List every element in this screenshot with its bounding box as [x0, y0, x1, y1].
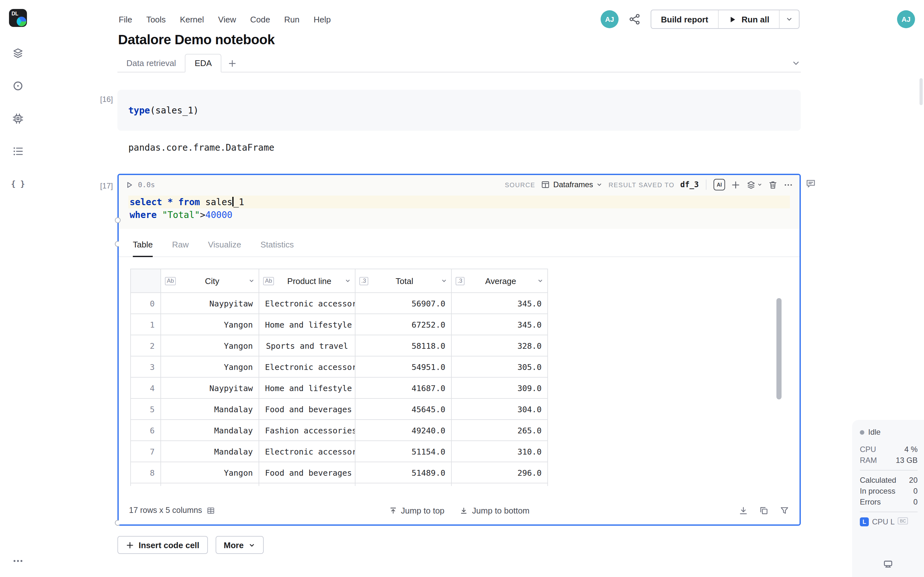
table-row[interactable]: 0NaypyitawElectronic accessori56907.0345… — [131, 293, 548, 314]
code-line-1[interactable]: select * from sales_1 — [128, 195, 790, 208]
table-scrollbar[interactable] — [776, 298, 782, 400]
table-cell[interactable]: Mandalay — [161, 398, 259, 420]
table-cell[interactable]: 305.0 — [451, 356, 548, 377]
comment-icon[interactable] — [805, 178, 816, 189]
code-line-2[interactable]: where "Total">40000 — [128, 208, 790, 221]
table-cell[interactable]: Fashion accessories — [259, 420, 355, 441]
menu-file[interactable]: File — [119, 15, 132, 24]
chip-icon[interactable] — [11, 111, 25, 126]
ai-assistant-icon[interactable]: AI — [714, 179, 725, 190]
table-row[interactable]: 4NaypyitawHome and lifestyle41687.0309.0 — [131, 377, 548, 398]
row-index-cell[interactable]: 8 — [131, 462, 161, 483]
menu-code[interactable]: Code — [250, 15, 270, 24]
table-cell[interactable]: 51489.0 — [355, 462, 451, 483]
table-cell[interactable]: Electronic accessori — [259, 441, 355, 462]
profile-avatar[interactable]: AJ — [897, 10, 915, 28]
table-cell[interactable]: 310.0 — [451, 441, 548, 462]
table-cell[interactable]: Sports and travel — [259, 335, 355, 356]
row-index-cell[interactable]: 7 — [131, 441, 161, 462]
window-scrollbar[interactable] — [919, 78, 923, 105]
collaborator-avatar[interactable]: AJ — [601, 10, 619, 28]
share-icon[interactable] — [629, 13, 640, 25]
menu-view[interactable]: View — [218, 15, 236, 24]
row-index-cell[interactable]: 4 — [131, 377, 161, 398]
result-variable[interactable]: df_3 — [680, 180, 699, 189]
machine-info[interactable]: L CPU L BC — [860, 517, 918, 526]
row-index-cell[interactable]: 3 — [131, 356, 161, 377]
code-editor[interactable]: type(sales_1) — [128, 104, 199, 117]
table-cell[interactable]: Home and lifestyle — [259, 377, 355, 398]
column-header-product-line[interactable]: AbProduct line — [259, 269, 355, 293]
ring-icon[interactable] — [11, 79, 25, 93]
row-index-cell[interactable]: 2 — [131, 335, 161, 356]
add-cell-icon[interactable] — [731, 180, 740, 189]
menu-tools[interactable]: Tools — [146, 15, 166, 24]
table-row[interactable]: 6MandalayFashion accessories49240.0265.0 — [131, 420, 548, 441]
table-row[interactable]: 8YangonFood and beverages51489.0296.0 — [131, 462, 548, 483]
more-options-icon[interactable] — [0, 555, 36, 567]
result-tab-raw[interactable]: Raw — [172, 240, 189, 256]
copy-icon[interactable] — [759, 506, 769, 515]
delete-cell-icon[interactable] — [768, 180, 778, 189]
table-cell[interactable]: 54951.0 — [355, 356, 451, 377]
table-cell[interactable]: Home and lifestyle — [259, 314, 355, 335]
table-cell[interactable]: Mandalay — [161, 420, 259, 441]
table-cell[interactable]: 345.0 — [451, 293, 548, 314]
jump-to-top-button[interactable]: Jump to top — [389, 506, 444, 515]
table-cell[interactable]: Naypyitaw — [161, 293, 259, 314]
braces-icon[interactable]: { } — [11, 177, 25, 191]
jump-to-bottom-button[interactable]: Jump to bottom — [460, 506, 529, 515]
row-index-cell[interactable]: 5 — [131, 398, 161, 420]
table-cell[interactable]: Food and beverages — [259, 398, 355, 420]
table-cell[interactable]: 328.0 — [451, 335, 548, 356]
source-dropdown[interactable]: Dataframes — [541, 180, 603, 189]
result-tab-visualize[interactable]: Visualize — [208, 240, 241, 256]
table-cell[interactable]: Electronic accessori — [259, 293, 355, 314]
table-row[interactable]: 3YangonElectronic accessori54951.0305.0 — [131, 356, 548, 377]
table-cell[interactable]: 304.0 — [451, 398, 548, 420]
filter-icon[interactable] — [780, 506, 789, 515]
list-icon[interactable] — [11, 144, 25, 158]
cell-more-icon[interactable] — [783, 180, 793, 189]
column-header-average[interactable]: .3Average — [451, 269, 548, 293]
menu-help[interactable]: Help — [314, 15, 331, 24]
add-tab-button[interactable] — [228, 59, 237, 68]
table-cell[interactable]: 58118.0 — [355, 335, 451, 356]
build-report-button[interactable]: Build report — [651, 10, 718, 28]
insert-code-cell-button[interactable]: Insert code cell — [118, 536, 208, 554]
notebook-tab-data-retrieval[interactable]: Data retrieval — [118, 55, 185, 72]
table-cell[interactable]: Food and beverages — [259, 462, 355, 483]
code-cell-16[interactable]: type(sales_1) — [118, 90, 801, 131]
row-index-cell[interactable]: 0 — [131, 293, 161, 314]
table-cell[interactable]: 49240.0 — [355, 420, 451, 441]
table-cell[interactable]: 265.0 — [451, 420, 548, 441]
result-tab-table[interactable]: Table — [133, 240, 153, 257]
datalore-logo[interactable]: DL — [9, 9, 27, 27]
run-all-button[interactable]: Run all — [718, 10, 779, 28]
table-settings-icon[interactable] — [207, 506, 215, 514]
table-row[interactable]: 5MandalayFood and beverages45645.0304.0 — [131, 398, 548, 420]
table-cell[interactable]: 67252.0 — [355, 314, 451, 335]
table-row[interactable]: 1YangonHome and lifestyle67252.0345.0 — [131, 314, 548, 335]
table-cell[interactable]: 51154.0 — [355, 441, 451, 462]
table-cell[interactable]: Yangon — [161, 335, 259, 356]
table-row[interactable]: 7MandalayElectronic accessori51154.0310.… — [131, 441, 548, 462]
menu-kernel[interactable]: Kernel — [180, 15, 204, 24]
download-icon[interactable] — [738, 506, 748, 515]
table-cell[interactable]: 45645.0 — [355, 398, 451, 420]
table-cell[interactable]: 56907.0 — [355, 293, 451, 314]
stack-icon[interactable] — [11, 46, 25, 60]
column-header-total[interactable]: .3Total — [355, 269, 451, 293]
table-cell[interactable]: Yangon — [161, 314, 259, 335]
run-all-dropdown[interactable] — [780, 10, 799, 28]
table-cell[interactable]: Mandalay — [161, 441, 259, 462]
table-cell[interactable]: Yangon — [161, 462, 259, 483]
tabs-overflow-chevron-icon[interactable] — [791, 58, 801, 68]
cell-handle[interactable] — [115, 218, 121, 223]
table-cell[interactable]: 296.0 — [451, 462, 548, 483]
run-cell-icon[interactable] — [125, 181, 134, 189]
table-cell[interactable]: Yangon — [161, 356, 259, 377]
hardware-icon[interactable] — [883, 558, 893, 569]
notebook-tab-eda[interactable]: EDA — [185, 54, 221, 73]
table-cell[interactable]: Electronic accessori — [259, 356, 355, 377]
